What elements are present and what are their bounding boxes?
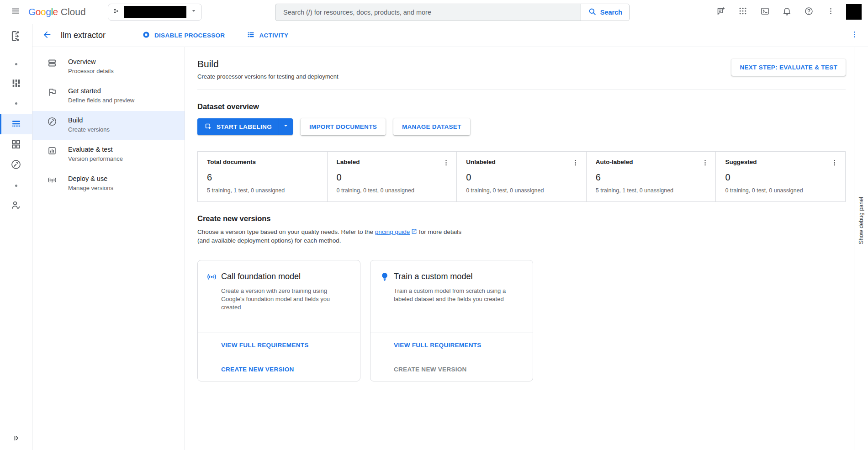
search-button[interactable]: Search [581,4,629,21]
list-rows-icon [11,118,22,131]
main-content: Build Create processor versions for test… [185,47,854,450]
view-full-requirements-link[interactable]: VIEW FULL REQUIREMENTS [198,333,360,357]
rail-item-build-selected[interactable] [0,114,32,134]
create-versions-description: Choose a version type based on your qual… [197,228,466,245]
stat-unlabeled: Unlabeled 0 0 training, 0 test, 0 unassi… [456,152,586,201]
version-cards: Call foundation model Create a version w… [197,260,846,381]
overview-icon [47,58,58,69]
stat-label: Labeled [337,159,360,165]
cloud-shell-button[interactable] [756,3,774,21]
stat-label: Unlabeled [466,159,496,165]
activity-button[interactable]: ACTIVITY [247,31,288,40]
stat-menu-button[interactable] [701,159,709,167]
wrench-circle-icon [47,116,58,127]
logo-letter: G [28,6,36,17]
sidebar-item-title: Evaluate & test [68,145,123,154]
grid-icon [11,139,21,152]
stat-menu-button[interactable] [442,159,450,167]
import-documents-button[interactable]: IMPORT DOCUMENTS [301,118,386,135]
sidebar-item-build[interactable]: Build Create versions [32,111,185,140]
stop-circle-icon [142,31,150,40]
more-vert-icon [850,30,859,41]
google-cloud-logo[interactable]: Google Cloud [28,6,86,17]
stat-labeled: Labeled 0 0 training, 0 test, 0 unassign… [327,152,457,201]
rail-item-build-circle[interactable] [0,159,32,172]
stat-value: 0 [725,172,839,183]
stat-value: 0 [466,172,580,183]
search-bar: Search [275,4,630,21]
sidebar-item-deploy-use[interactable]: Deploy & use Manage versions [32,169,185,199]
expand-rail-button[interactable] [0,434,32,445]
stat-detail: 5 training, 1 test, 0 unassigned [207,187,321,194]
feedback-button[interactable] [712,3,730,21]
debug-panel-strip: Show debug panel [854,47,868,450]
label-plus-icon [204,122,212,132]
start-labeling-button[interactable]: START LABELING [197,118,293,135]
bar-chart-box-icon [47,145,58,156]
sidebar-item-subtitle: Create versions [68,126,110,133]
account-avatar[interactable] [846,4,862,20]
processor-more-button[interactable] [845,26,863,45]
cloud-shell-icon [760,6,770,18]
processor-title: llm extractor [61,31,106,40]
logo-letter: o [36,6,41,17]
create-versions-title: Create new versions [197,214,846,223]
create-new-version-link[interactable]: CREATE NEW VERSION [198,357,360,381]
lightbulb-icon [379,271,390,282]
logo-letter: o [41,6,46,17]
card-title: Train a custom model [394,272,472,281]
project-picker-button[interactable] [108,4,202,21]
bell-icon [782,6,792,18]
person-check-icon [11,200,21,212]
sidebar-item-get-started[interactable]: Get started Define fields and preview [32,82,185,111]
hamburger-menu-button[interactable] [6,3,25,21]
rail-item-access[interactable] [0,200,32,212]
processor-toolbar: llm extractor DISABLE PROCESSOR ACTIVITY [32,24,868,47]
sidebar-item-title: Overview [68,57,114,66]
start-labeling-label: START LABELING [217,123,272,130]
notifications-button[interactable] [778,3,796,21]
back-button[interactable] [38,26,56,45]
dot-icon [15,185,17,187]
stat-label: Total documents [207,159,256,165]
stat-detail: 0 training, 0 test, 0 unassigned [337,187,450,194]
stat-label: Auto-labeled [596,159,633,165]
logo-letter: g [46,6,51,17]
sidebar-item-title: Get started [68,86,134,95]
gcp-console: Google Cloud Search [0,0,868,450]
search-input[interactable] [275,4,581,21]
stat-menu-button[interactable] [831,159,839,167]
page-subtitle: Create processor versions for testing an… [197,73,339,80]
list-icon [247,31,255,40]
pricing-guide-link[interactable]: pricing guide [375,228,410,235]
start-labeling-dropdown[interactable] [279,118,293,135]
topbar-actions [712,3,862,21]
manage-dataset-button[interactable]: MANAGE DATASET [393,118,470,135]
arrow-back-icon [42,30,52,42]
flag-icon [47,87,58,98]
disable-processor-button[interactable]: DISABLE PROCESSOR [142,31,225,40]
help-button[interactable] [799,3,818,21]
apps-grid-button[interactable] [734,3,752,21]
sidebar-item-overview[interactable]: Overview Processor details [32,53,185,82]
stat-menu-button[interactable] [572,159,580,167]
show-debug-panel-button[interactable]: Show debug panel [858,197,864,244]
stat-label: Suggested [725,159,757,165]
rail-item-tune[interactable] [0,78,32,91]
rail-separator-dot [0,63,32,65]
more-options-button[interactable] [821,3,840,21]
sidebar-item-evaluate-test[interactable]: Evaluate & test Version performance [32,140,185,169]
logo-letter: e [53,6,58,17]
stat-suggested: Suggested 0 0 training, 0 test, 0 unassi… [715,152,845,201]
card-title: Call foundation model [221,272,301,281]
search-icon [588,7,597,17]
help-icon [804,6,814,18]
view-full-requirements-link[interactable]: VIEW FULL REQUIREMENTS [370,333,533,357]
description-text: Choose a version type based on your qual… [197,228,375,235]
document-ai-product-button[interactable] [0,30,32,44]
rail-item-dashboard[interactable] [0,139,32,152]
stat-value: 0 [337,172,450,183]
next-step-button[interactable]: NEXT STEP: EVALUATE & TEST [731,59,846,76]
broadcast-icon [47,175,58,185]
processor-nav: Overview Processor details Get started D… [32,47,185,450]
